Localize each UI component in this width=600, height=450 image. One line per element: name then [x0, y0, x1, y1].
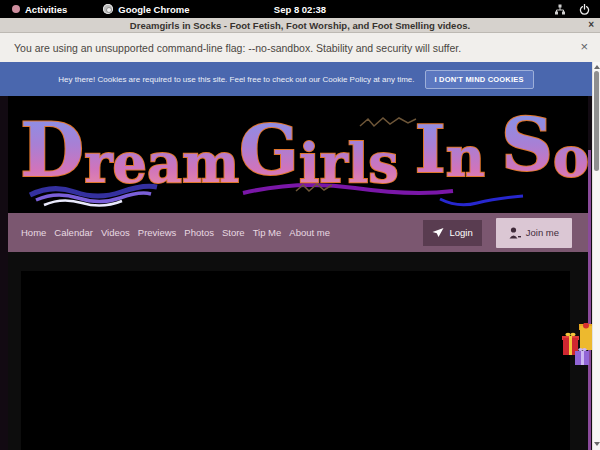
infobar-message: You are using an unsupported command-lin… — [14, 42, 461, 54]
unsupported-flag-infobar: You are using an unsupported command-lin… — [0, 33, 600, 62]
nav-item-tipme[interactable]: Tip Me — [253, 227, 282, 238]
cookie-consent-bar: Hey there! Cookies are required to use t… — [0, 62, 592, 96]
browser-title-bar: Dreamgirls in Socks - Foot Fetish, Foot … — [0, 18, 600, 33]
nav-item-previews[interactable]: Previews — [138, 227, 177, 238]
nav-item-photos[interactable]: Photos — [184, 227, 214, 238]
scrollbar[interactable] — [592, 62, 600, 450]
main-nav: Home Calendar Videos Previews Photos Sto… — [8, 213, 588, 252]
web-page: Hey there! Cookies are required to use t… — [0, 62, 592, 450]
login-label: Login — [449, 227, 472, 238]
paper-plane-icon — [432, 227, 444, 238]
join-label: Join me — [526, 227, 559, 238]
nav-item-aboutme[interactable]: About me — [289, 227, 330, 238]
infobar-close-icon[interactable]: × — [580, 39, 588, 54]
power-icon[interactable] — [579, 4, 590, 15]
site-container: DreamGirlsInSocks Home Calendar Videos P… — [8, 96, 588, 450]
gift-boxes-icon[interactable] — [561, 323, 592, 369]
content-panel — [21, 271, 570, 450]
squiggle-blue — [440, 196, 523, 205]
scroll-down-icon[interactable] — [594, 442, 600, 446]
person-icon — [509, 227, 521, 239]
tab-close-icon[interactable]: × — [588, 19, 594, 30]
system-top-bar: Activities Google Chrome Sep 8 02:38 — [0, 0, 600, 18]
login-button[interactable]: Login — [423, 220, 481, 246]
screen: Activities Google Chrome Sep 8 02:38 Dre… — [0, 0, 600, 450]
scrollbar-thumb[interactable] — [594, 71, 599, 171]
clock[interactable]: Sep 8 02:38 — [0, 4, 600, 15]
logo-banner: DreamGirlsInSocks — [8, 96, 588, 213]
nav-item-videos[interactable]: Videos — [101, 227, 130, 238]
nav-item-home[interactable]: Home — [21, 227, 46, 238]
nav-item-store[interactable]: Store — [222, 227, 245, 238]
cookie-accept-button[interactable]: I DON'T MIND COOKIES — [425, 70, 534, 89]
nav-item-calendar[interactable]: Calendar — [54, 227, 93, 238]
logo-text: DreamGirlsInSocks — [20, 102, 588, 195]
join-button[interactable]: Join me — [496, 218, 572, 248]
tab-title: Dreamgirls in Socks - Foot Fetish, Foot … — [0, 20, 600, 31]
scribble-top — [360, 118, 416, 126]
cookie-message: Hey there! Cookies are required to use t… — [58, 75, 414, 84]
site-logo: DreamGirlsInSocks — [8, 96, 588, 213]
scroll-up-icon[interactable] — [594, 65, 600, 69]
page-edge-strip — [588, 150, 591, 450]
main-content — [8, 252, 588, 450]
network-tree-icon[interactable] — [554, 4, 566, 15]
